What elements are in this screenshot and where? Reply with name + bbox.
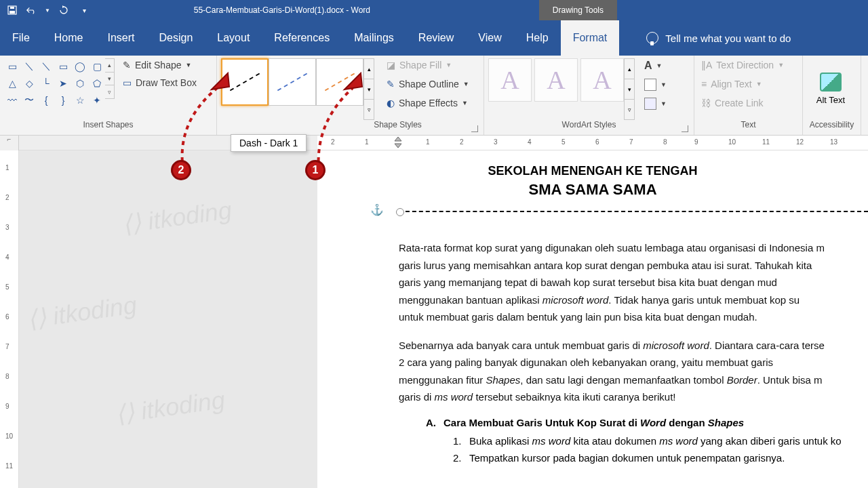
tab-design[interactable]: Design	[146, 20, 205, 56]
ruler-horizontal[interactable]: ⌐ 2 1 1 2 3 4 5 6 7 8 9 10 11 12 13	[0, 136, 868, 150]
tab-help[interactable]: Help	[514, 20, 561, 56]
chevron-down-icon: ▼	[446, 62, 452, 68]
shape-star5-icon[interactable]: ✦	[89, 92, 105, 108]
ruler-corner: ⌐	[0, 136, 19, 150]
undo-dropdown-icon[interactable]: ▼	[45, 7, 50, 14]
document-title: 55-Cara-Membuat-Garis-Di-Word(1).docx - …	[93, 5, 539, 15]
doc-heading-1: SEKOLAH MENENGAH KE TENGAH	[399, 164, 787, 178]
tab-file[interactable]: File	[0, 20, 42, 56]
wordart-style-3[interactable]: A	[580, 58, 624, 102]
qat-customize-icon[interactable]: ▾	[83, 7, 86, 14]
dashed-line-shape[interactable]	[399, 211, 868, 212]
redo-icon[interactable]	[58, 5, 69, 16]
ruler-tick: 11	[762, 138, 770, 146]
ruler-tick: 4	[528, 138, 532, 146]
ruler-tick: 7	[629, 138, 633, 146]
ruler-tick: 3	[5, 224, 9, 231]
annotation-arrowhead-1	[342, 70, 366, 95]
wordart-gallery[interactable]: A A A	[488, 58, 624, 120]
lightbulb-icon	[646, 32, 658, 44]
text-box-icon: ▭	[123, 77, 132, 88]
paragraph-1: Rata-rata format kop surat yang digunaka…	[399, 239, 868, 326]
edit-shape-button[interactable]: ✎ Edit Shape ▼	[120, 58, 199, 72]
indent-marker-icon[interactable]	[393, 136, 403, 150]
undo-icon[interactable]	[26, 5, 37, 16]
shape-curve-icon[interactable]: 〰	[4, 92, 20, 108]
text-effects-button[interactable]: ▼	[642, 96, 669, 111]
shapes-gallery[interactable]: ▭ ＼ ＼ ▭ ◯ ▢ △ ◇ └ ➤ ⬡ ⬠ 〰 〜 { } ☆ ✦	[4, 58, 105, 120]
contextual-tab-drawing-tools: Drawing Tools	[539, 0, 617, 20]
chevron-down-icon: ▼	[186, 62, 192, 68]
shape-brace-l-icon[interactable]: {	[38, 92, 54, 108]
tab-layout[interactable]: Layout	[205, 20, 262, 56]
shape-rounded-rect-icon[interactable]: ▢	[89, 58, 105, 75]
tab-mailings[interactable]: Mailings	[342, 20, 406, 56]
shape-hexagon-icon[interactable]: ⬡	[72, 75, 88, 92]
shapes-gallery-more[interactable]: ▴▾▿	[105, 58, 115, 99]
ribbon: ▭ ＼ ＼ ▭ ◯ ▢ △ ◇ └ ➤ ⬡ ⬠ 〰 〜 { } ☆ ✦ ▴▾▿	[0, 56, 868, 136]
shape-elbow-icon[interactable]: └	[38, 75, 54, 92]
text-outline-button[interactable]: ▼	[642, 77, 669, 92]
chevron-down-icon: ▼	[463, 81, 469, 87]
ruler-tick: 8	[663, 138, 667, 146]
alt-text-button[interactable]: Alt Text	[807, 58, 854, 120]
shape-arrow-icon[interactable]: ➤	[55, 75, 71, 92]
align-text-button: ≡ Align Text▼	[698, 77, 787, 91]
save-icon[interactable]	[7, 5, 18, 16]
text-fill-button[interactable]: A▼	[642, 58, 669, 73]
wordart-more[interactable]: ▴▾▿	[624, 58, 635, 120]
page-content[interactable]: SEKOLAH MENENGAH KE TENGAH SMA SAMA SAMA…	[317, 150, 868, 488]
effects-icon: ◐	[387, 98, 395, 108]
anchor-icon[interactable]: ⚓	[370, 203, 384, 216]
title-bar: ▼ ▾ 55-Cara-Membuat-Garis-Di-Word(1).doc…	[0, 0, 868, 20]
svg-marker-4	[395, 144, 401, 148]
tab-review[interactable]: Review	[406, 20, 466, 56]
ruler-tick: 13	[830, 138, 837, 146]
draw-text-box-button[interactable]: ▭ Draw Text Box	[120, 76, 199, 89]
shape-line2-icon[interactable]: ＼	[38, 58, 54, 75]
group-text: ‖A Text Direction▼ ≡ Align Text▼ ⛓ Creat…	[694, 56, 803, 135]
shape-effects-label: Shape Effects	[399, 98, 458, 108]
group-insert-shapes: ▭ ＼ ＼ ▭ ◯ ▢ △ ◇ └ ➤ ⬡ ⬠ 〰 〜 { } ☆ ✦ ▴▾▿	[0, 56, 217, 135]
ruler-vertical[interactable]: 1 2 3 4 5 6 7 8 9 10 11	[0, 150, 19, 488]
ruler-tick: 1	[5, 164, 9, 171]
draw-text-box-label: Draw Text Box	[136, 77, 197, 88]
annotation-badge-2: 2	[171, 160, 191, 180]
shape-effects-button[interactable]: ◐ Shape Effects ▼	[384, 96, 472, 110]
shape-pentagon-icon[interactable]: ⬠	[89, 75, 105, 92]
ruler-tick: 9	[5, 403, 9, 410]
ruler-tick: 8	[5, 373, 9, 380]
list-item-1: 1.Buka aplikasi ms word kita atau dokume…	[453, 432, 868, 450]
wordart-style-2[interactable]: A	[534, 58, 578, 102]
shape-fill-button[interactable]: ◪ Shape Fill ▼	[384, 58, 472, 72]
dialog-launcher-icon[interactable]	[471, 125, 478, 132]
shape-textbox-icon[interactable]: ▭	[4, 58, 20, 75]
shape-triangle-icon[interactable]: △	[4, 75, 20, 92]
tab-references[interactable]: References	[262, 20, 342, 56]
shape-outline-button[interactable]: ✎ Shape Outline ▼	[384, 77, 472, 91]
list-item-2: 2.Tempatkan kursor pada bagian dokumen u…	[453, 449, 868, 467]
paragraph-2: Sebenarnya ada banyak cara untuk membuat…	[399, 337, 868, 406]
shape-rect-icon[interactable]: ▭	[55, 58, 71, 75]
shape-outline-label: Shape Outline	[399, 79, 459, 89]
ruler-tick: 2	[331, 138, 335, 146]
tab-view[interactable]: View	[466, 20, 513, 56]
shape-line-icon[interactable]: ＼	[21, 58, 37, 75]
text-direction-icon: ‖A	[701, 60, 712, 70]
shape-style-dash-accent1[interactable]	[269, 58, 316, 106]
ruler-tick: 5	[561, 138, 566, 146]
dialog-launcher-icon[interactable]	[682, 125, 688, 132]
group-label-shape-styles: Shape Styles	[221, 120, 479, 135]
link-icon: ⛓	[701, 98, 711, 108]
ruler-tick: 10	[728, 138, 736, 146]
shape-oval-icon[interactable]: ◯	[72, 58, 88, 75]
shape-brace-r-icon[interactable]: }	[55, 92, 71, 108]
shape-diamond-icon[interactable]: ◇	[21, 75, 37, 92]
shape-star-icon[interactable]: ☆	[72, 92, 88, 108]
tell-me-search[interactable]: Tell me what you want to do	[619, 32, 791, 44]
wordart-style-1[interactable]: A	[488, 58, 532, 102]
tab-format[interactable]: Format	[561, 20, 620, 56]
tab-insert[interactable]: Insert	[95, 20, 146, 56]
tab-home[interactable]: Home	[42, 20, 96, 56]
shape-wave-icon[interactable]: 〜	[21, 92, 37, 108]
